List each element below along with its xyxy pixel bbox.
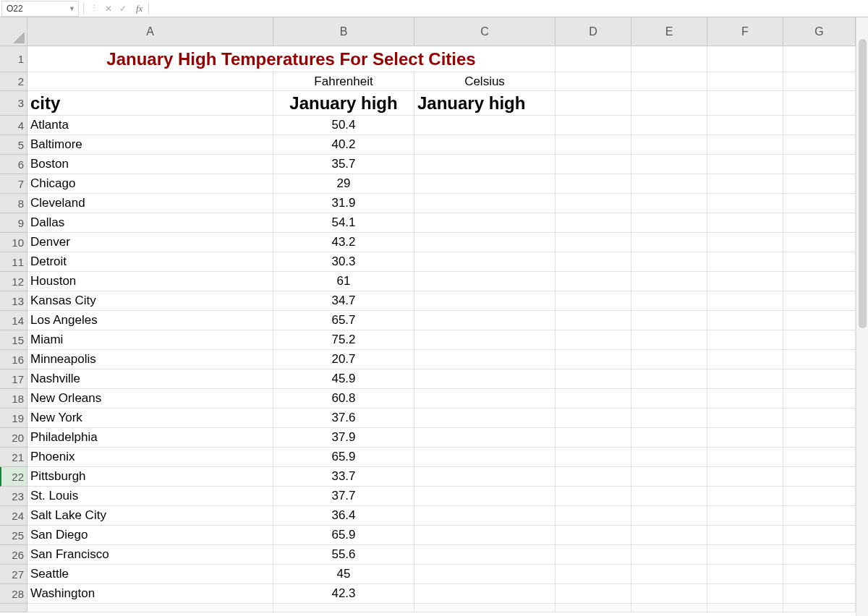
more-options-icon[interactable]: ⋮ — [87, 1, 101, 16]
cell-E26[interactable] — [631, 545, 707, 565]
scrollbar-thumb[interactable] — [859, 39, 867, 328]
row-header-22[interactable]: 22 — [0, 467, 27, 487]
cell-D12[interactable] — [556, 272, 631, 291]
cell-fahrenheit-24[interactable]: 36.4 — [273, 506, 414, 526]
row-header-8[interactable]: 8 — [0, 194, 27, 213]
cell-D10[interactable] — [556, 233, 631, 252]
cell-E2[interactable] — [631, 72, 707, 91]
cell-fahrenheit-7[interactable]: 29 — [273, 174, 414, 194]
cell-D11[interactable] — [556, 252, 631, 272]
fx-icon[interactable]: fx — [136, 3, 142, 14]
cell-celsius-9[interactable] — [414, 213, 556, 233]
column-header-A[interactable]: A — [27, 17, 273, 46]
cell-E3[interactable] — [631, 91, 707, 116]
cancel-formula-button[interactable]: ✕ — [101, 1, 116, 16]
cell-fahrenheit-12[interactable]: 61 — [273, 272, 414, 291]
cell-E16[interactable] — [631, 350, 707, 369]
unit-label-fahrenheit[interactable]: Fahrenheit — [273, 72, 414, 91]
cell-F2[interactable] — [707, 72, 783, 91]
cell-city-9[interactable]: Dallas — [27, 213, 273, 233]
cell-G25[interactable] — [783, 526, 856, 545]
cell-E25[interactable] — [631, 526, 707, 545]
cell-E1[interactable] — [631, 46, 707, 72]
unit-label-celsius[interactable]: Celsius — [414, 72, 556, 91]
cell-D17[interactable] — [556, 369, 631, 389]
cell-D29[interactable] — [556, 604, 631, 612]
cell-G1[interactable] — [783, 46, 856, 72]
cell-G28[interactable] — [783, 584, 856, 604]
cell-city-10[interactable]: Denver — [27, 233, 273, 252]
formula-input[interactable] — [152, 1, 868, 17]
row-header-28[interactable]: 28 — [0, 584, 27, 604]
row-header-7[interactable]: 7 — [0, 174, 27, 194]
title-cell[interactable]: January High Temperatures For Select Cit… — [27, 46, 556, 72]
row-header-14[interactable]: 14 — [0, 311, 27, 330]
cell-G16[interactable] — [783, 350, 856, 369]
cell-city-20[interactable]: Philadelphia — [27, 428, 273, 448]
cell-fahrenheit-11[interactable]: 30.3 — [273, 252, 414, 272]
cell-D4[interactable] — [556, 116, 631, 135]
cell-F24[interactable] — [707, 506, 783, 526]
cell-fahrenheit-22[interactable]: 33.7 — [273, 467, 414, 487]
row-header-11[interactable]: 11 — [0, 252, 27, 272]
cell-celsius-16[interactable] — [414, 350, 556, 369]
header-city[interactable]: city — [27, 91, 273, 116]
column-header-D[interactable]: D — [556, 17, 631, 46]
cell-city-5[interactable]: Baltimore — [27, 135, 273, 155]
cell-D3[interactable] — [556, 91, 631, 116]
cell-E6[interactable] — [631, 155, 707, 174]
cell-G9[interactable] — [783, 213, 856, 233]
cell-celsius-8[interactable] — [414, 194, 556, 213]
cell-fahrenheit-10[interactable]: 43.2 — [273, 233, 414, 252]
cell-fahrenheit-4[interactable]: 50.4 — [273, 116, 414, 135]
cell-F19[interactable] — [707, 408, 783, 428]
cell-D8[interactable] — [556, 194, 631, 213]
row-header-5[interactable]: 5 — [0, 135, 27, 155]
cell-G3[interactable] — [783, 91, 856, 116]
cell-G12[interactable] — [783, 272, 856, 291]
cell-city-26[interactable]: San Francisco — [27, 545, 273, 565]
row-header-25[interactable]: 25 — [0, 526, 27, 545]
row-header-18[interactable]: 18 — [0, 389, 27, 408]
row-header-26[interactable]: 26 — [0, 545, 27, 565]
cell-city-27[interactable]: Seattle — [27, 565, 273, 584]
cell-E13[interactable] — [631, 291, 707, 311]
cell-F1[interactable] — [707, 46, 783, 72]
row-header-9[interactable]: 9 — [0, 213, 27, 233]
cell-fahrenheit-26[interactable]: 55.6 — [273, 545, 414, 565]
cell-D21[interactable] — [556, 448, 631, 467]
cell-celsius-21[interactable] — [414, 448, 556, 467]
cell-D1[interactable] — [556, 46, 631, 72]
cell-F9[interactable] — [707, 213, 783, 233]
cell-F13[interactable] — [707, 291, 783, 311]
cell-E11[interactable] — [631, 252, 707, 272]
name-box[interactable]: O22 ▼ — [1, 1, 79, 17]
cell-B29[interactable] — [273, 604, 414, 612]
cell-E15[interactable] — [631, 330, 707, 350]
cell-E20[interactable] — [631, 428, 707, 448]
cell-A2[interactable] — [27, 72, 273, 91]
cell-celsius-18[interactable] — [414, 389, 556, 408]
cell-city-12[interactable]: Houston — [27, 272, 273, 291]
cell-city-13[interactable]: Kansas City — [27, 291, 273, 311]
cell-G29[interactable] — [783, 604, 856, 612]
cell-fahrenheit-18[interactable]: 60.8 — [273, 389, 414, 408]
cell-D19[interactable] — [556, 408, 631, 428]
cell-F26[interactable] — [707, 545, 783, 565]
column-header-C[interactable]: C — [414, 17, 556, 46]
cell-celsius-20[interactable] — [414, 428, 556, 448]
cell-C29[interactable] — [414, 604, 556, 612]
cell-city-22[interactable]: Pittsburgh — [27, 467, 273, 487]
cell-celsius-27[interactable] — [414, 565, 556, 584]
column-header-B[interactable]: B — [273, 17, 414, 46]
cell-city-25[interactable]: San Diego — [27, 526, 273, 545]
cell-city-7[interactable]: Chicago — [27, 174, 273, 194]
cell-E28[interactable] — [631, 584, 707, 604]
row-header-21[interactable]: 21 — [0, 448, 27, 467]
cell-D26[interactable] — [556, 545, 631, 565]
cell-F5[interactable] — [707, 135, 783, 155]
cell-F25[interactable] — [707, 526, 783, 545]
cell-D23[interactable] — [556, 487, 631, 506]
cell-E21[interactable] — [631, 448, 707, 467]
cell-city-15[interactable]: Miami — [27, 330, 273, 350]
